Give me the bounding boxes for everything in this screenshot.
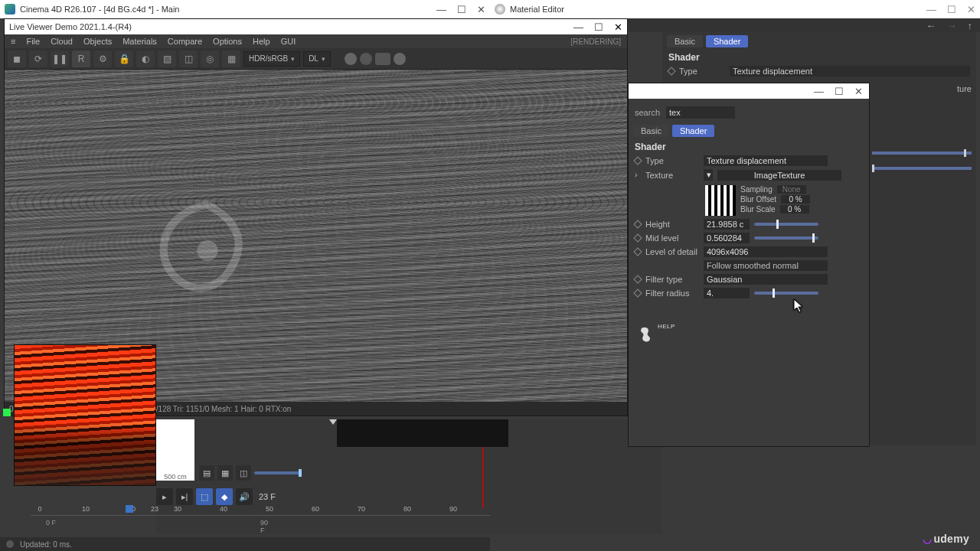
tb-dot3-icon[interactable] (394, 53, 406, 65)
tb-pause-icon[interactable]: ❚❚ (51, 51, 69, 67)
back-type-key-icon[interactable] (667, 67, 675, 75)
keyframe-icon[interactable]: ◆ (216, 488, 233, 505)
mid-key-icon[interactable] (633, 233, 642, 242)
blur-scale-value[interactable]: 0 % (780, 205, 809, 214)
nav-up-icon[interactable]: ↑ (968, 20, 973, 31)
tb-clay-icon[interactable]: ◐ (136, 51, 155, 67)
texture-value[interactable]: ImageTexture (717, 170, 841, 181)
view-mode-buttons: ▤ ▦ ◫ (199, 465, 300, 481)
menu-options[interactable]: Options (213, 37, 242, 46)
material-editor-titlebar: Material Editor — ☐ ✕ (490, 0, 980, 18)
main-title: Cinema 4D R26.107 - [4d BG.c4d *] - Main (20, 5, 179, 14)
play-icon[interactable]: ▸ (156, 488, 173, 505)
menu-compare[interactable]: Compare (168, 37, 202, 46)
follow-smoothed-toggle[interactable]: Follow smoothed normal (704, 260, 828, 271)
lod-key-icon[interactable] (633, 247, 642, 256)
search-input[interactable] (666, 106, 735, 119)
front-tab-shader[interactable]: Shader (672, 125, 714, 137)
type-key-icon[interactable] (633, 156, 642, 165)
main-close-button[interactable]: ✕ (477, 4, 485, 15)
main-maximize-button[interactable]: ☐ (457, 4, 466, 15)
front-section-title: Shader (629, 140, 869, 154)
menu-gui[interactable]: GUI (281, 37, 296, 46)
blur-offset-value[interactable]: 0 % (781, 195, 810, 204)
back-type-value[interactable]: Texture displacement (730, 66, 970, 77)
front-minimize-button[interactable]: — (814, 86, 824, 97)
mid-value[interactable]: 0.560284 (704, 233, 750, 243)
back-texture-tag: ture (957, 84, 972, 93)
status-text: Updated: 0 ms. (20, 540, 72, 549)
tb-dot1-icon[interactable] (345, 53, 357, 65)
filterradius-slider[interactable] (754, 292, 818, 295)
type-dropdown[interactable]: Texture displacement (704, 155, 828, 166)
blur-scale-label: Blur Scale (740, 205, 776, 214)
menu-objects[interactable]: Objects (83, 37, 112, 46)
material-editor-title: Material Editor (510, 5, 564, 14)
height-key-icon[interactable] (633, 220, 642, 228)
menu-file[interactable]: File (26, 37, 40, 46)
tb-region-icon[interactable]: R (72, 51, 90, 67)
tb-ae-icon[interactable]: ▦ (222, 51, 240, 67)
help-label: HELP (658, 323, 675, 330)
color-space-select[interactable]: HDR/sRGB (243, 51, 300, 67)
material-shelf[interactable] (337, 419, 508, 447)
filterradius-value[interactable]: 4. (704, 288, 750, 298)
tb-camera-icon[interactable] (375, 53, 390, 65)
tb-lock-icon[interactable]: 🔒 (115, 51, 133, 67)
menu-materials[interactable]: Materials (122, 37, 157, 46)
lv-close-button[interactable]: ✕ (614, 21, 622, 33)
texture-thumbnail[interactable] (705, 185, 736, 216)
mateditor-maximize-button[interactable]: ☐ (947, 4, 956, 15)
back-slider-1[interactable] (872, 152, 972, 155)
lv-hamburger-icon[interactable]: ≡ (11, 37, 15, 46)
back-tab-shader[interactable]: Shader (706, 35, 748, 47)
tb-crop-icon[interactable]: ▧ (158, 51, 176, 67)
view-large-icon[interactable]: ◫ (236, 465, 251, 481)
udemy-watermark: udemy (923, 533, 969, 545)
menu-help[interactable]: Help (253, 37, 270, 46)
lv-minimize-button[interactable]: — (573, 21, 583, 33)
menu-cloud[interactable]: Cloud (51, 37, 73, 46)
mateditor-minimize-button[interactable]: — (926, 4, 936, 15)
tb-gear-icon[interactable]: ⚙ (93, 51, 112, 67)
tb-stop-icon[interactable]: ◼ (8, 51, 26, 67)
autokey-icon[interactable]: ⬚ (196, 488, 213, 505)
tb-focus-icon[interactable]: ◎ (201, 51, 219, 67)
playhead-icon[interactable] (126, 505, 133, 513)
main-minimize-button[interactable]: — (436, 4, 446, 15)
thumb-size-slider[interactable] (254, 471, 300, 474)
reference-thumbnail[interactable] (14, 344, 156, 486)
mini-viewport[interactable]: 500 cm (156, 419, 194, 481)
mateditor-close-button[interactable]: ✕ (967, 4, 975, 15)
front-tab-basic[interactable]: Basic (633, 125, 669, 137)
back-slider-2[interactable] (872, 167, 972, 170)
back-tab-basic[interactable]: Basic (667, 35, 703, 47)
tb-dot2-icon[interactable] (360, 53, 372, 65)
lod-value[interactable]: 4096x4096 (704, 246, 828, 257)
front-maximize-button[interactable]: ☐ (835, 86, 844, 97)
filterradius-key-icon[interactable] (633, 289, 642, 297)
view-grid-icon[interactable]: ▦ (217, 465, 233, 481)
live-viewer-toolbar: ◼ ⟳ ❚❚ R ⚙ 🔒 ◐ ▧ ◫ ◎ ▦ HDR/sRGB DL (5, 48, 627, 70)
sound-icon[interactable]: 🔊 (236, 488, 253, 505)
sampling-value[interactable]: None (777, 185, 806, 194)
sampling-label: Sampling (740, 185, 773, 194)
height-value[interactable]: 21.9858 c (704, 219, 750, 230)
step-icon[interactable]: ▸| (176, 488, 193, 505)
lv-maximize-button[interactable]: ☐ (594, 21, 603, 33)
filtertype-value[interactable]: Gaussian (704, 274, 828, 285)
tb-pick-icon[interactable]: ◫ (179, 51, 198, 67)
texture-picker-icon[interactable]: ▾ (704, 169, 713, 181)
tb-refresh-icon[interactable]: ⟳ (29, 51, 47, 67)
front-close-button[interactable]: ✕ (854, 86, 863, 97)
texture-expand-icon[interactable]: › (635, 171, 641, 179)
nav-forward-icon[interactable]: → (947, 20, 957, 31)
svg-point-0 (197, 240, 217, 261)
view-list-icon[interactable]: ▤ (199, 465, 214, 481)
height-slider[interactable] (754, 223, 818, 226)
filtertype-key-icon[interactable] (633, 275, 642, 283)
device-select[interactable]: DL (303, 51, 331, 67)
nav-back-icon[interactable]: ← (926, 20, 936, 31)
status-dot-icon (6, 540, 14, 548)
mid-slider[interactable] (754, 236, 818, 240)
